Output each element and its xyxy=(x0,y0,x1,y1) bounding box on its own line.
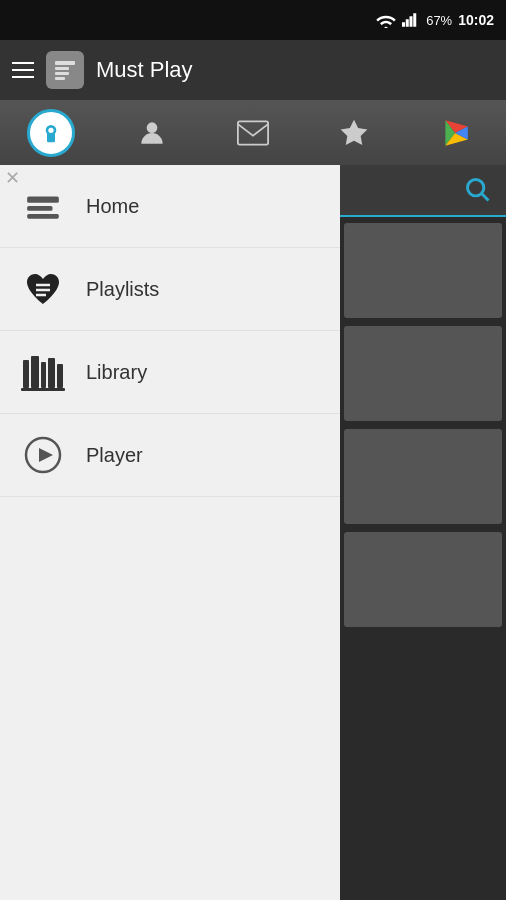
home-label: Home xyxy=(86,195,139,218)
status-bar: 67% 10:02 xyxy=(0,0,506,40)
drawer-item-home[interactable]: Home xyxy=(0,165,340,248)
svg-rect-2 xyxy=(406,19,409,27)
svg-rect-1 xyxy=(402,22,405,27)
app-logo xyxy=(46,51,84,89)
email-icon-button[interactable] xyxy=(213,100,293,165)
svg-rect-19 xyxy=(27,206,52,211)
svg-rect-29 xyxy=(21,388,65,391)
svg-rect-4 xyxy=(413,13,416,27)
svg-marker-31 xyxy=(39,448,53,462)
battery-percent: 67% xyxy=(426,13,452,28)
wifi-icon xyxy=(376,12,396,28)
svg-rect-10 xyxy=(47,133,55,142)
svg-rect-12 xyxy=(238,121,268,144)
clock: 10:02 xyxy=(458,12,494,28)
play-store-icon-button[interactable] xyxy=(415,100,495,165)
svg-rect-3 xyxy=(410,16,413,27)
svg-point-11 xyxy=(146,122,157,133)
main-area: ✕ Home xyxy=(0,165,506,900)
svg-rect-5 xyxy=(55,61,75,65)
playlists-label: Playlists xyxy=(86,278,159,301)
app-title: Must Play xyxy=(96,57,193,83)
drawer-item-playlists[interactable]: Playlists xyxy=(0,248,340,331)
player-label: Player xyxy=(86,444,143,467)
drawer-item-player[interactable]: Player xyxy=(0,414,340,497)
star-icon xyxy=(338,117,370,149)
home-icon xyxy=(20,183,66,229)
content-card xyxy=(344,532,502,627)
svg-point-32 xyxy=(468,180,484,196)
icon-bar xyxy=(0,100,506,165)
svg-rect-27 xyxy=(48,358,55,388)
person-icon-button[interactable] xyxy=(112,100,192,165)
playlists-icon xyxy=(20,266,66,312)
envelope-icon xyxy=(237,117,269,149)
content-pane xyxy=(340,165,506,900)
content-card xyxy=(344,326,502,421)
library-label: Library xyxy=(86,361,147,384)
content-card xyxy=(344,429,502,524)
svg-rect-24 xyxy=(23,360,29,388)
close-drawer-button[interactable]: ✕ xyxy=(0,165,25,190)
signal-icon xyxy=(402,12,420,28)
svg-point-0 xyxy=(384,27,387,28)
hamburger-button[interactable] xyxy=(12,62,34,78)
person-icon xyxy=(136,117,168,149)
content-card xyxy=(344,223,502,318)
search-button[interactable] xyxy=(460,172,496,208)
star-icon-button[interactable] xyxy=(314,100,394,165)
navigation-drawer: Home Playlists xyxy=(0,165,340,900)
svg-rect-8 xyxy=(55,77,65,80)
battery-indicator: 67% xyxy=(426,13,452,28)
svg-line-33 xyxy=(482,194,488,200)
app-bar: Must Play xyxy=(0,40,506,100)
svg-rect-25 xyxy=(31,356,39,388)
player-icon xyxy=(20,432,66,478)
search-bar xyxy=(340,165,506,217)
library-icon xyxy=(20,349,66,395)
svg-rect-26 xyxy=(41,362,46,388)
1password-icon-button[interactable] xyxy=(11,100,91,165)
drawer-item-library[interactable]: Library xyxy=(0,331,340,414)
status-icons: 67% 10:02 xyxy=(376,12,494,28)
svg-rect-28 xyxy=(57,364,63,388)
svg-rect-7 xyxy=(55,72,69,75)
svg-rect-20 xyxy=(27,214,59,219)
svg-rect-18 xyxy=(27,197,59,203)
play-store-icon xyxy=(439,117,471,149)
1password-icon xyxy=(27,109,75,157)
svg-rect-6 xyxy=(55,67,69,70)
